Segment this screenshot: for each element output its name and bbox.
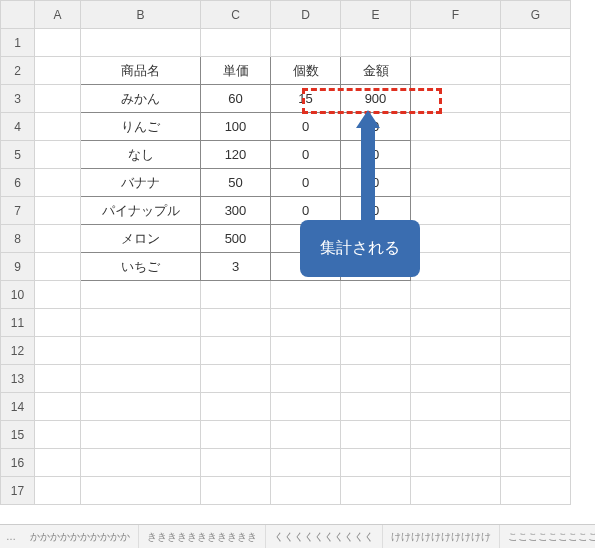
cell[interactable]: パイナップル [81, 197, 201, 225]
col-header[interactable]: A [35, 1, 81, 29]
cell[interactable]: いちご [81, 253, 201, 281]
cell[interactable] [81, 449, 201, 477]
cell[interactable] [411, 309, 501, 337]
cell[interactable] [501, 113, 571, 141]
row[interactable]: 12 [1, 337, 571, 365]
cell[interactable] [81, 365, 201, 393]
cell[interactable] [271, 393, 341, 421]
cell[interactable]: りんご [81, 113, 201, 141]
row-header[interactable]: 1 [1, 29, 35, 57]
cell[interactable]: 300 [201, 197, 271, 225]
cell[interactable]: 900 [341, 85, 411, 113]
row-header[interactable]: 15 [1, 421, 35, 449]
row-header[interactable]: 12 [1, 337, 35, 365]
cell[interactable] [341, 29, 411, 57]
cell[interactable] [271, 365, 341, 393]
sheet-tab-bar[interactable]: … かかかかかかかかかかきききききききききききくくくくくくくくくくけけけけけけけ… [0, 524, 595, 548]
cell[interactable] [411, 365, 501, 393]
col-header[interactable]: G [501, 1, 571, 29]
cell[interactable] [35, 57, 81, 85]
row-header[interactable]: 3 [1, 85, 35, 113]
cell[interactable] [271, 477, 341, 505]
cell[interactable]: 金額 [341, 57, 411, 85]
cell[interactable] [81, 337, 201, 365]
cell[interactable] [501, 281, 571, 309]
cell[interactable] [35, 29, 81, 57]
row[interactable]: 16 [1, 449, 571, 477]
cell[interactable] [81, 29, 201, 57]
row[interactable]: 14 [1, 393, 571, 421]
cell[interactable] [201, 365, 271, 393]
col-header[interactable]: B [81, 1, 201, 29]
row-header[interactable]: 7 [1, 197, 35, 225]
cell[interactable] [271, 29, 341, 57]
tab-nav[interactable]: … [0, 525, 22, 548]
cell[interactable]: メロン [81, 225, 201, 253]
cell[interactable] [35, 365, 81, 393]
cell[interactable] [501, 85, 571, 113]
cell[interactable] [341, 449, 411, 477]
row-header[interactable]: 14 [1, 393, 35, 421]
cell[interactable] [411, 85, 501, 113]
cell[interactable] [271, 309, 341, 337]
cell[interactable]: 単価 [201, 57, 271, 85]
cell[interactable] [501, 57, 571, 85]
cell[interactable] [35, 85, 81, 113]
sheet-tab[interactable]: ここここここここここ [500, 525, 595, 548]
row[interactable]: 9いちご3 [1, 253, 571, 281]
cell[interactable] [81, 309, 201, 337]
cell[interactable] [501, 449, 571, 477]
cell[interactable] [35, 169, 81, 197]
cell[interactable] [271, 421, 341, 449]
cell[interactable]: 3 [201, 253, 271, 281]
cell[interactable] [35, 225, 81, 253]
cell[interactable]: 50 [201, 169, 271, 197]
col-header[interactable]: C [201, 1, 271, 29]
cell[interactable] [501, 169, 571, 197]
row[interactable]: 2商品名単価個数金額 [1, 57, 571, 85]
cell[interactable] [341, 393, 411, 421]
cell[interactable] [501, 253, 571, 281]
cell[interactable]: 60 [201, 85, 271, 113]
cell[interactable] [35, 393, 81, 421]
cell[interactable]: 100 [201, 113, 271, 141]
row-header[interactable]: 9 [1, 253, 35, 281]
cell[interactable] [35, 253, 81, 281]
row[interactable]: 8メロン50000 [1, 225, 571, 253]
cell[interactable]: 500 [201, 225, 271, 253]
cell[interactable] [35, 113, 81, 141]
row-header[interactable]: 17 [1, 477, 35, 505]
row[interactable]: 15 [1, 421, 571, 449]
cell[interactable] [81, 281, 201, 309]
cell[interactable] [501, 29, 571, 57]
row[interactable]: 10 [1, 281, 571, 309]
sheet-tab[interactable]: かかかかかかかかかか [22, 525, 139, 548]
row[interactable]: 13 [1, 365, 571, 393]
cell[interactable] [271, 337, 341, 365]
cell[interactable] [411, 477, 501, 505]
cell[interactable] [411, 449, 501, 477]
cell[interactable] [271, 449, 341, 477]
cell[interactable] [501, 393, 571, 421]
cell[interactable] [201, 449, 271, 477]
cell[interactable]: 15 [271, 85, 341, 113]
cell[interactable] [201, 477, 271, 505]
cell[interactable] [35, 421, 81, 449]
cell[interactable] [35, 477, 81, 505]
cell[interactable] [341, 421, 411, 449]
cell[interactable] [201, 421, 271, 449]
column-header-row[interactable]: A B C D E F G [1, 1, 571, 29]
cell[interactable]: なし [81, 141, 201, 169]
row-header[interactable]: 13 [1, 365, 35, 393]
cell[interactable] [501, 225, 571, 253]
row[interactable]: 4りんご10000 [1, 113, 571, 141]
cell[interactable] [201, 281, 271, 309]
cell[interactable] [341, 309, 411, 337]
cell[interactable] [501, 309, 571, 337]
row-header[interactable]: 2 [1, 57, 35, 85]
sheet-tab[interactable]: ききききききききききき [139, 525, 266, 548]
row[interactable]: 3みかん6015900 [1, 85, 571, 113]
row-header[interactable]: 10 [1, 281, 35, 309]
cell[interactable] [35, 197, 81, 225]
cell[interactable] [201, 29, 271, 57]
